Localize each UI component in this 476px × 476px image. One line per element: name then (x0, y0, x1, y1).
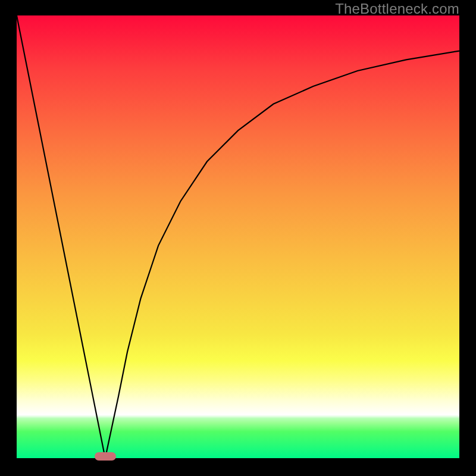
plot-area (17, 15, 459, 458)
curve-path (17, 15, 459, 458)
bottleneck-curve (17, 15, 459, 458)
chart-frame: TheBottleneck.com (0, 0, 476, 476)
watermark-text: TheBottleneck.com (335, 1, 459, 17)
minimum-marker (95, 452, 116, 461)
